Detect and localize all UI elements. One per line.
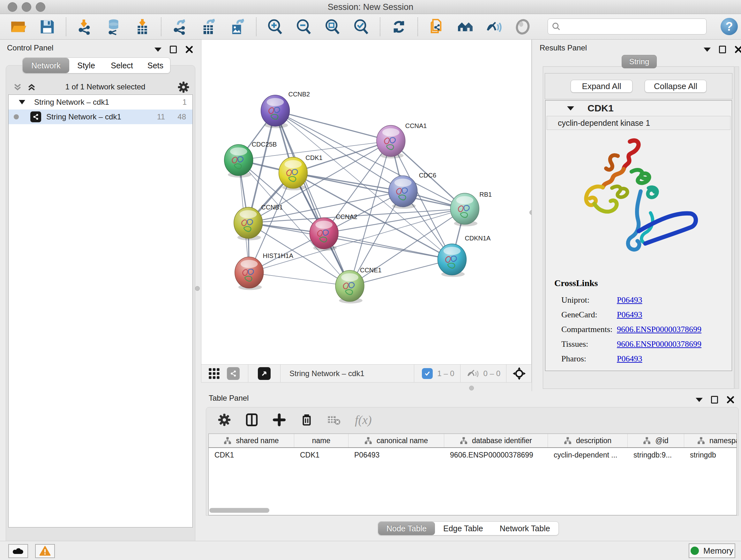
network-node-ccna1[interactable]: CCNA1 [377,122,427,159]
help-button[interactable]: ? [721,18,738,35]
gear-icon[interactable] [178,81,190,93]
warning-status-button[interactable] [35,544,55,558]
table-cell[interactable]: CDK1 [209,448,294,462]
network-edge[interactable] [275,111,350,286]
horizontal-splitter-handle[interactable] [469,386,474,390]
network-view-canvas[interactable]: CCNB2CCNA1CDC25BCDK1CDC6RB1CCNB1CCNA2CDK… [201,40,532,364]
column-header-name[interactable]: name [294,434,348,447]
crosslink-link[interactable]: P06493 [617,310,642,319]
float-panel-icon[interactable] [711,396,718,403]
float-panel-icon[interactable] [719,46,726,53]
table-cell[interactable]: stringdb [684,448,737,462]
panel-menu-icon[interactable] [696,398,703,402]
import-table-button[interactable] [133,18,151,36]
network-node-hist1h1a[interactable]: HIST1H1A [235,252,293,290]
export-network-button[interactable] [171,18,189,36]
crosslink-link[interactable]: 9606.ENSP00000378699 [617,339,701,349]
collapse-all-button[interactable]: Collapse All [645,80,706,92]
collection-expand-icon[interactable] [19,100,25,105]
import-network-from-database-button[interactable] [105,18,123,36]
function-builder-icon[interactable]: f(x) [355,413,372,427]
expand-all-chevron-icon[interactable] [27,82,37,94]
column-header-description[interactable]: description [548,434,628,447]
gene-collapse-icon[interactable] [567,106,574,111]
zoom-fit-button[interactable] [324,18,341,36]
save-session-button[interactable] [38,18,56,36]
export-image-button[interactable] [228,18,246,36]
network-node-cdc25b[interactable]: CDC25B [224,141,277,178]
grid-view-icon[interactable] [208,367,220,380]
table-cell[interactable]: 9606.ENSP00000378699 [444,448,548,462]
selected-checkbox-icon[interactable] [422,368,433,379]
refresh-button[interactable] [390,18,408,36]
tab-sets[interactable]: Sets [141,58,170,73]
eye-button[interactable] [514,18,532,36]
table-row[interactable]: CDK1CDK1P064939606.ENSP00000378699cyclin… [209,448,737,462]
tab-style[interactable]: Style [69,58,103,73]
network-row-selected[interactable]: String Network – cdk1 11 48 [9,110,192,124]
home-networks-button[interactable] [456,18,474,36]
cloud-status-button[interactable] [8,544,28,558]
column-header-namespace[interactable]: namespace [684,434,737,447]
panel-menu-icon[interactable] [704,48,711,52]
birdseye-view-icon[interactable] [258,367,271,380]
network-edge[interactable] [324,233,452,260]
network-node-ccnb1[interactable]: CCNB1 [234,204,283,240]
string-network-graph[interactable]: CCNB2CCNA1CDC25BCDK1CDC6RB1CCNB1CCNA2CDK… [201,40,531,364]
table-cell[interactable]: CDK1 [294,448,348,462]
panel-menu-icon[interactable] [154,48,161,52]
network-edge[interactable] [275,111,391,141]
search-input[interactable] [561,22,698,31]
zoom-in-button[interactable] [266,18,284,36]
column-header-canonical-name[interactable]: canonical name [348,434,444,447]
collapse-all-chevron-icon[interactable] [13,82,22,94]
results-scrollbar[interactable] [735,66,739,389]
tab-edge-table[interactable]: Edge Table [435,522,491,535]
search-box[interactable] [548,18,706,35]
gene-header-row[interactable]: CDK1 [545,101,732,116]
add-column-icon[interactable] [273,413,286,427]
network-node-rb1[interactable]: RB1 [450,191,492,226]
left-splitter-handle[interactable] [195,286,200,291]
network-node-ccnb2[interactable]: CCNB2 [261,91,310,128]
string-documents-button[interactable] [428,18,446,36]
column-header--id[interactable]: @id [628,434,684,447]
network-node-cdkn1a[interactable]: CDKN1A [438,235,491,277]
zoom-out-button[interactable] [295,18,313,36]
fit-selected-crosshair-icon[interactable] [512,367,526,381]
tab-select[interactable]: Select [103,58,141,73]
export-table-button[interactable] [200,18,218,36]
tab-node-table[interactable]: Node Table [378,522,435,535]
close-panel-icon[interactable] [726,395,735,404]
expand-all-button[interactable]: Expand All [570,80,632,92]
table-cell[interactable]: P06493 [348,448,444,462]
close-panel-icon[interactable] [185,45,193,54]
network-edge[interactable] [293,173,465,209]
crosslink-link[interactable]: P06493 [617,354,642,363]
column-header-shared-name[interactable]: shared name [209,434,294,447]
hide-glasses-button[interactable] [485,18,503,36]
network-share-icon[interactable] [227,367,240,380]
column-header-database-identifier[interactable]: database identifier [444,434,548,447]
hidden-eye-slash-icon[interactable] [467,368,480,379]
table-cell[interactable]: cyclin-dependent ... [548,448,628,462]
show-columns-icon[interactable] [245,413,259,427]
network-collection-row[interactable]: String Network – cdk1 1 [9,95,192,110]
zoom-selected-button[interactable] [352,18,370,36]
tab-network[interactable]: Network [23,58,69,73]
crosslink-link[interactable]: P06493 [617,295,642,305]
delete-column-trash-icon[interactable] [300,413,313,427]
tab-network-table[interactable]: Network Table [491,522,558,535]
table-gear-icon[interactable] [218,413,231,427]
open-session-button[interactable] [10,18,27,36]
crosslink-link[interactable]: 9606.ENSP00000378699 [617,325,701,334]
network-edge[interactable] [249,273,350,286]
delete-table-icon[interactable] [327,413,341,427]
table-cell[interactable]: stringdb:9... [628,448,684,462]
import-network-button[interactable] [76,18,94,36]
memory-button[interactable]: Memory [689,543,735,558]
tab-string[interactable]: String [622,55,657,68]
float-panel-icon[interactable] [170,46,177,53]
close-panel-icon[interactable] [734,45,741,54]
table-horizontal-scrollbar[interactable] [209,508,269,513]
